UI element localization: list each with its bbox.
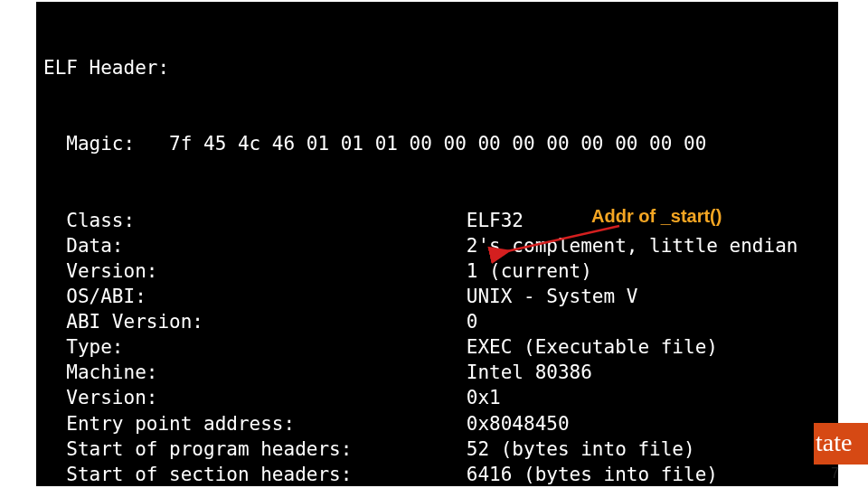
elf-field-label: Class: <box>43 210 467 231</box>
elf-field-value: 1 (current) <box>467 260 592 282</box>
elf-header-title: ELF Header: <box>43 55 831 80</box>
elf-field-row: OS/ABI: UNIX - System V <box>43 284 831 309</box>
elf-magic-row: Magic: 7f 45 4c 46 01 01 01 00 00 00 00 … <box>43 131 831 156</box>
elf-field-label: Machine: <box>43 361 467 383</box>
elf-field-label: Type: <box>43 336 467 358</box>
elf-magic-value: 7f 45 4c 46 01 01 01 00 00 00 00 00 00 0… <box>169 133 718 155</box>
elf-field-value: 52 (bytes into file) <box>467 438 695 460</box>
elf-field-value: 0x8048450 <box>467 413 570 435</box>
elf-field-label: Data: <box>43 235 467 257</box>
elf-field-value: EXEC (Executable file) <box>467 336 718 358</box>
elf-field-label: Version: <box>43 387 467 408</box>
elf-field-label: OS/ABI: <box>43 286 467 307</box>
arrow-icon <box>502 222 628 258</box>
elf-field-row: ABI Version: 0 <box>43 309 831 334</box>
elf-field-row: Start of section headers: 6416 (bytes in… <box>43 462 831 487</box>
elf-field-value: UNIX - System V <box>467 286 638 307</box>
elf-field-label: Entry point address: <box>43 413 467 435</box>
terminal-output: ELF Header: Magic: 7f 45 4c 46 01 01 01 … <box>36 2 838 486</box>
elf-field-label: Start of section headers: <box>43 464 467 485</box>
elf-field-label: ABI Version: <box>43 311 467 333</box>
elf-field-row: Data: 2's complement, little endian <box>43 233 831 258</box>
elf-field-row: Type: EXEC (Executable file) <box>43 334 831 360</box>
elf-field-value: 0x1 <box>467 387 501 408</box>
elf-field-row: Machine: Intel 80386 <box>43 360 831 385</box>
elf-field-row: Version: 0x1 <box>43 385 831 410</box>
brand-fragment: tate <box>814 423 868 465</box>
elf-field-label: Start of program headers: <box>43 438 467 460</box>
elf-field-value: 0 <box>467 311 478 333</box>
elf-field-label: Version: <box>43 260 467 282</box>
svg-line-0 <box>507 226 619 251</box>
elf-field-value: Intel 80386 <box>467 361 592 383</box>
slide-number: 7 <box>831 465 844 482</box>
elf-field-value: 6416 (bytes into file) <box>467 464 718 485</box>
elf-field-row: Version: 1 (current) <box>43 258 831 284</box>
elf-field-row: Entry point address: 0x8048450 <box>43 411 831 436</box>
elf-fields: Class: ELF32 Data: 2's complement, littl… <box>43 208 831 488</box>
elf-field-row: Start of program headers: 52 (bytes into… <box>43 436 831 462</box>
elf-magic-label: Magic: <box>43 133 169 155</box>
